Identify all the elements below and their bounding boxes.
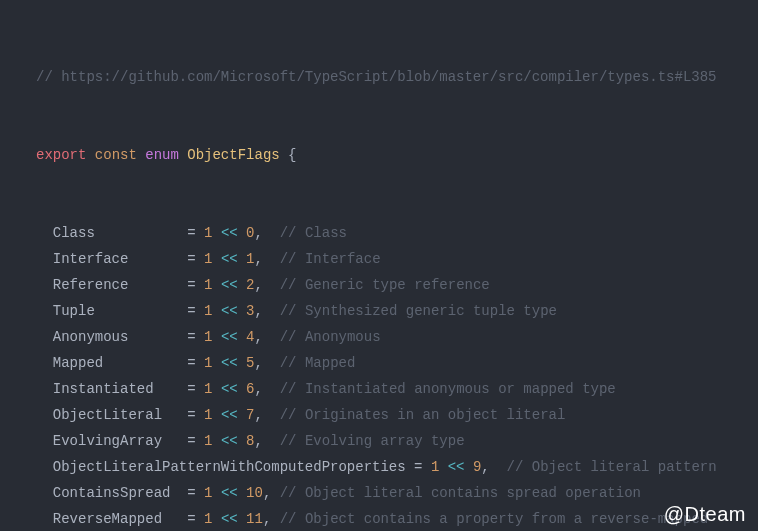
shift-operator: << <box>448 459 465 475</box>
line-comment: // Mapped <box>280 355 356 371</box>
comma: , <box>255 251 263 267</box>
comma: , <box>255 355 263 371</box>
comma: , <box>263 511 271 527</box>
enum-name: ObjectFlags <box>187 147 279 163</box>
keyword-const: const <box>95 147 137 163</box>
enum-member-line: ReverseMapped = 1 << 11, // Object conta… <box>36 506 758 531</box>
line-comment: // Anonymous <box>280 329 381 345</box>
comma: , <box>481 459 489 475</box>
number-literal: 5 <box>246 355 254 371</box>
source-url-comment: // https://github.com/Microsoft/TypeScri… <box>36 69 717 85</box>
enum-member-name: Reference <box>53 277 129 293</box>
number-literal: 4 <box>246 329 254 345</box>
number-literal: 7 <box>246 407 254 423</box>
comma: , <box>255 225 263 241</box>
enum-member-name: Class <box>53 225 95 241</box>
number-literal: 0 <box>246 225 254 241</box>
shift-operator: << <box>221 381 238 397</box>
enum-member-name: Anonymous <box>53 329 129 345</box>
enum-member-line: Instantiated = 1 << 6, // Instantiated a… <box>36 376 758 402</box>
comma: , <box>263 485 271 501</box>
number-literal: 1 <box>204 407 212 423</box>
number-literal: 1 <box>204 277 212 293</box>
keyword-export: export <box>36 147 86 163</box>
number-literal: 1 <box>246 251 254 267</box>
code-block: // https://github.com/Microsoft/TypeScri… <box>0 12 758 531</box>
shift-operator: << <box>221 329 238 345</box>
number-literal: 2 <box>246 277 254 293</box>
keyword-enum: enum <box>145 147 179 163</box>
enum-member-name: ContainsSpread <box>53 485 171 501</box>
brace-open: { <box>288 147 296 163</box>
number-literal: 1 <box>204 225 212 241</box>
shift-operator: << <box>221 225 238 241</box>
equals-sign: = <box>187 251 195 267</box>
equals-sign: = <box>187 407 195 423</box>
enum-member-line: ObjectLiteralPatternWithComputedProperti… <box>36 454 758 480</box>
comma: , <box>255 303 263 319</box>
line-comment: // Class <box>280 225 347 241</box>
enum-member-name: EvolvingArray <box>53 433 162 449</box>
shift-operator: << <box>221 407 238 423</box>
enum-member-name: ObjectLiteralPatternWithComputedProperti… <box>53 459 406 475</box>
number-literal: 1 <box>204 511 212 527</box>
shift-operator: << <box>221 277 238 293</box>
comma: , <box>255 381 263 397</box>
shift-operator: << <box>221 485 238 501</box>
comma: , <box>255 329 263 345</box>
equals-sign: = <box>187 485 195 501</box>
line-comment: // Object literal contains spread operat… <box>280 485 641 501</box>
enum-member-name: Instantiated <box>53 381 154 397</box>
equals-sign: = <box>187 381 195 397</box>
number-literal: 1 <box>204 485 212 501</box>
enum-member-name: ReverseMapped <box>53 511 162 527</box>
enum-member-line: Interface = 1 << 1, // Interface <box>36 246 758 272</box>
enum-member-name: ObjectLiteral <box>53 407 162 423</box>
number-literal: 1 <box>204 433 212 449</box>
watermark: @Dteam <box>664 501 746 527</box>
enum-member-line: Mapped = 1 << 5, // Mapped <box>36 350 758 376</box>
number-literal: 3 <box>246 303 254 319</box>
line-comment: // Instantiated anonymous or mapped type <box>280 381 616 397</box>
shift-operator: << <box>221 433 238 449</box>
enum-member-line: Anonymous = 1 << 4, // Anonymous <box>36 324 758 350</box>
line-comment: // Generic type reference <box>280 277 490 293</box>
shift-operator: << <box>221 303 238 319</box>
enum-declaration-line: export const enum ObjectFlags { <box>36 142 758 168</box>
equals-sign: = <box>187 303 195 319</box>
line-comment: // Originates in an object literal <box>280 407 566 423</box>
enum-member-line: Tuple = 1 << 3, // Synthesized generic t… <box>36 298 758 324</box>
line-comment: // Synthesized generic tuple type <box>280 303 557 319</box>
line-comment: // Interface <box>280 251 381 267</box>
line-comment: // Object literal pattern <box>507 459 717 475</box>
shift-operator: << <box>221 511 238 527</box>
equals-sign: = <box>187 329 195 345</box>
equals-sign: = <box>187 225 195 241</box>
number-literal: 1 <box>204 355 212 371</box>
number-literal: 1 <box>431 459 439 475</box>
enum-member-line: Class = 1 << 0, // Class <box>36 220 758 246</box>
number-literal: 10 <box>246 485 263 501</box>
equals-sign: = <box>187 433 195 449</box>
number-literal: 6 <box>246 381 254 397</box>
number-literal: 1 <box>204 251 212 267</box>
equals-sign: = <box>414 459 422 475</box>
equals-sign: = <box>187 511 195 527</box>
comma: , <box>255 433 263 449</box>
shift-operator: << <box>221 251 238 267</box>
enum-member-line: ObjectLiteral = 1 << 7, // Originates in… <box>36 402 758 428</box>
comment-line: // https://github.com/Microsoft/TypeScri… <box>36 64 758 90</box>
equals-sign: = <box>187 355 195 371</box>
enum-member-line: ContainsSpread = 1 << 10, // Object lite… <box>36 480 758 506</box>
comma: , <box>255 277 263 293</box>
equals-sign: = <box>187 277 195 293</box>
shift-operator: << <box>221 355 238 371</box>
number-literal: 1 <box>204 303 212 319</box>
enum-member-name: Interface <box>53 251 129 267</box>
enum-member-line: Reference = 1 << 2, // Generic type refe… <box>36 272 758 298</box>
number-literal: 1 <box>204 381 212 397</box>
line-comment: // Evolving array type <box>280 433 465 449</box>
enum-member-line: EvolvingArray = 1 << 8, // Evolving arra… <box>36 428 758 454</box>
number-literal: 8 <box>246 433 254 449</box>
number-literal: 11 <box>246 511 263 527</box>
